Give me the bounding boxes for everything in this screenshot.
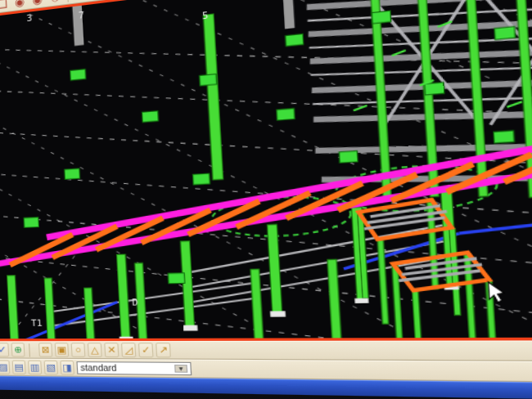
svg-text:7: 7 (79, 10, 85, 21)
model-canvas[interactable]: 375D7ET1D (0, 0, 532, 338)
toolbar-button-icon[interactable]: ▧ (44, 361, 58, 375)
toolbar-button-icon[interactable]: ◿ (121, 343, 136, 357)
selection-filter-value: standard (80, 363, 117, 373)
toolbar-button-icon[interactable]: ⦸ (47, 0, 64, 4)
toolbar-button-icon[interactable]: ▥ (28, 361, 42, 375)
snap-toolbar-spacer (174, 350, 532, 351)
toolbar-button-icon[interactable]: ◉ (29, 0, 45, 7)
svg-text:T1: T1 (31, 318, 43, 329)
toolbar-button-icon[interactable]: ✓ (0, 343, 9, 356)
toolbar-button-icon[interactable]: ⊠ (77, 0, 93, 1)
toolbar-button-icon[interactable]: ⊕ (11, 343, 25, 356)
toolbar-button-icon[interactable]: ▨ (0, 360, 10, 374)
toolbar-button-icon[interactable]: ✕ (104, 343, 119, 357)
photo-of-monitor: ❏❏◉◉⦸⊠□○△✕⌐Σʒ✓↗∞▼✲■▮▮◪◪❙▬⌁╱↜≫❘ ▦▤▩▦▤▦ 37… (0, 0, 532, 399)
toolbar-button-icon[interactable]: ⊠ (38, 343, 52, 356)
toolbar-separator (67, 0, 74, 2)
toolbar-separator (29, 343, 34, 356)
toolbar-button-icon[interactable]: ◉ (11, 0, 27, 9)
toolbar-button-icon[interactable]: ✓ (138, 343, 154, 357)
toolbar-button-icon[interactable]: ◨ (60, 361, 74, 375)
svg-text:D: D (132, 297, 138, 308)
toolbar-button-icon[interactable]: ▤ (12, 361, 26, 374)
toolbar-button-icon[interactable]: ▣ (55, 343, 70, 357)
selection-toolbar-icons: ▨▤▥▧◨ (0, 360, 74, 374)
combo-arrow-icon[interactable]: ▼ (174, 365, 187, 373)
model-viewport[interactable]: 375D7ET1D (0, 0, 532, 341)
svg-text:5: 5 (202, 10, 209, 22)
snap-toolbar-icons: ✓⊕⊠▣○△✕◿✓↗ (0, 343, 171, 357)
monitor: ❏❏◉◉⦸⊠□○△✕⌐Σʒ✓↗∞▼✲■▮▮◪◪❙▬⌁╱↜≫❘ ▦▤▩▦▤▦ 37… (0, 0, 532, 399)
toolbar-button-icon[interactable]: ↗ (156, 343, 171, 357)
selection-filter-combo[interactable]: standard ▼ (76, 361, 192, 375)
toolbar-button-icon[interactable]: △ (88, 343, 102, 357)
cad-application-window: ❏❏◉◉⦸⊠□○△✕⌐Σʒ✓↗∞▼✲■▮▮◪◪❙▬⌁╱↜≫❘ ▦▤▩▦▤▦ 37… (0, 0, 532, 399)
gray-stub-columns (72, 0, 295, 52)
svg-text:3: 3 (26, 12, 32, 24)
toolbar-button-icon[interactable]: ❏ (0, 0, 10, 11)
toolbar-button-icon[interactable]: ○ (71, 343, 86, 357)
status-bar-spacer (194, 369, 532, 373)
